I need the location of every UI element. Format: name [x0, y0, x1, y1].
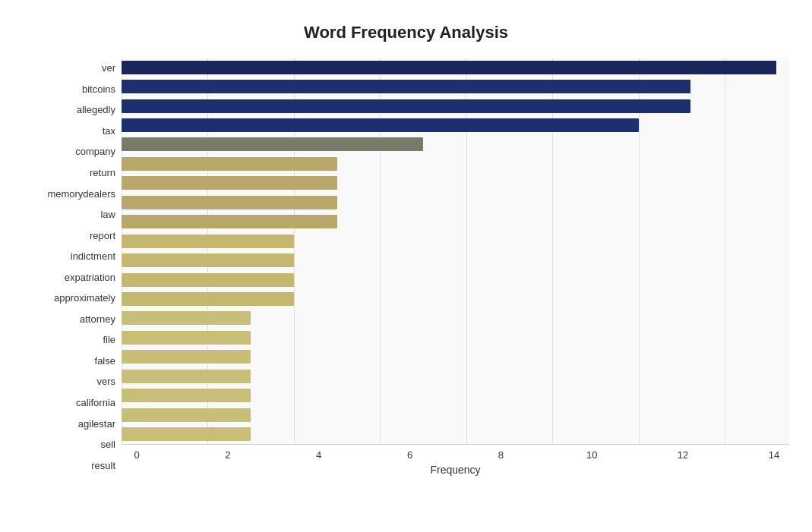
y-axis-label: result — [91, 461, 115, 471]
bar — [122, 99, 690, 113]
bar-row — [122, 117, 789, 134]
y-axis-label: report — [90, 231, 115, 241]
x-axis-tick-label: 8 — [485, 449, 516, 461]
y-axis-label: return — [90, 168, 115, 178]
bar — [122, 215, 337, 228]
grid-line — [725, 58, 725, 444]
bar-row — [122, 426, 789, 442]
bar-row — [122, 213, 789, 230]
grid-line — [380, 58, 381, 444]
bar — [122, 196, 337, 209]
bar — [122, 253, 294, 267]
bar-row — [122, 329, 789, 346]
y-axis-label: tax — [103, 126, 115, 136]
bar — [122, 389, 251, 402]
bar-row — [122, 233, 789, 250]
y-axis-label: sell — [100, 439, 115, 449]
bar — [122, 311, 251, 325]
y-axis-label: indictment — [71, 251, 115, 261]
y-axis-labels: verbitcoinsallegedlytaxcompanyreturnmemo… — [23, 58, 122, 476]
x-axis-tick-label: 4 — [304, 449, 334, 461]
y-axis-label: law — [100, 209, 115, 219]
x-axis-tick-label: 2 — [213, 449, 243, 461]
grid-line — [122, 58, 122, 444]
y-axis-label: ver — [102, 63, 115, 73]
bar-row — [122, 368, 789, 385]
bar-row — [122, 252, 789, 269]
grid-line — [639, 58, 640, 444]
x-axis-tick-label: 0 — [122, 449, 152, 461]
bar-row — [122, 407, 789, 423]
y-axis-label: bitcoins — [82, 84, 115, 94]
bar — [122, 176, 337, 190]
x-axis-title: Frequency — [122, 464, 789, 476]
bar-row — [122, 291, 789, 307]
chart-area: verbitcoinsallegedlytaxcompanyreturnmemo… — [23, 58, 789, 476]
y-axis-label: expatriation — [65, 272, 115, 282]
bar — [122, 292, 294, 306]
x-axis-tick-label: 12 — [668, 449, 698, 461]
grid-line — [207, 58, 208, 444]
grid-line — [552, 58, 553, 444]
bar-row — [122, 194, 789, 211]
grid-line — [294, 58, 295, 444]
bar-row — [122, 156, 789, 172]
chart-title: Word Frequency Analysis — [23, 15, 789, 42]
bar-row — [122, 136, 789, 153]
y-axis-label: agilestar — [78, 419, 115, 429]
bar-row — [122, 98, 789, 115]
bar — [122, 273, 294, 287]
bar — [122, 80, 690, 93]
bar-row — [122, 348, 789, 365]
bar-row — [122, 387, 789, 404]
chart-container: Word Frequency Analysis verbitcoinsalleg… — [0, 0, 812, 532]
bar — [122, 61, 776, 74]
bar — [122, 235, 294, 248]
y-axis-label: memorydealers — [47, 189, 115, 199]
bars-and-xaxis: 02468101214 Frequency — [122, 58, 789, 476]
y-axis-label: file — [103, 335, 115, 345]
bar — [122, 350, 251, 364]
y-axis-label: california — [76, 398, 115, 408]
bar — [122, 331, 251, 345]
bar — [122, 408, 251, 422]
y-axis-label: false — [95, 356, 115, 366]
y-axis-label: attorney — [80, 314, 115, 324]
bar — [122, 118, 639, 132]
y-axis-label: vers — [96, 376, 115, 386]
bar-row — [122, 59, 789, 76]
bar — [122, 370, 251, 383]
bars-section — [122, 58, 789, 445]
bar-row — [122, 310, 789, 326]
bar — [122, 157, 337, 171]
grid-line — [466, 58, 467, 444]
x-axis-tick-label: 6 — [395, 449, 425, 461]
bar-row — [122, 272, 789, 288]
bar-row — [122, 175, 789, 191]
y-axis-label: company — [75, 146, 115, 156]
x-axis-labels: 02468101214 — [122, 445, 789, 461]
bar — [122, 427, 251, 441]
bar — [122, 137, 423, 151]
y-axis-label: allegedly — [77, 105, 115, 115]
x-axis-tick-label: 14 — [759, 449, 789, 461]
bar-row — [122, 78, 789, 95]
y-axis-label: approximately — [54, 293, 115, 303]
x-axis-tick-label: 10 — [577, 449, 607, 461]
